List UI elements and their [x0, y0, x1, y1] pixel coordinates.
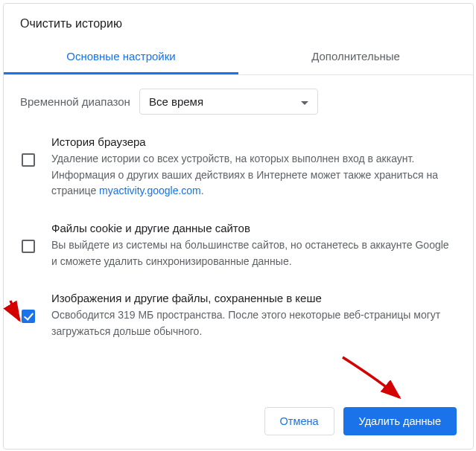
tabs: Основные настройки Дополнительные [4, 41, 473, 75]
tab-advanced-label: Дополнительные [311, 50, 400, 63]
option-cookies-title: Файлы cookie и другие данные сайтов [51, 222, 457, 234]
option-cache-desc: Освободится 319 МБ пространства. После э… [51, 307, 457, 339]
option-history-title: История браузера [51, 135, 457, 148]
dialog-footer: Отмена Удалить данные [264, 407, 457, 435]
tab-advanced[interactable]: Дополнительные [238, 41, 473, 74]
time-range-label: Временной диапазон [20, 95, 130, 108]
clear-data-button[interactable]: Удалить данные [343, 407, 457, 435]
option-cookies-desc: Вы выйдете из системы на большинстве сай… [51, 237, 457, 269]
myactivity-link[interactable]: myactivity.google.com [99, 185, 201, 196]
option-browsing-history: История браузера Удаление истории со все… [20, 129, 457, 216]
checkbox-cookies[interactable] [22, 240, 35, 253]
tab-basic-label: Основные настройки [66, 50, 175, 63]
chevron-down-icon [301, 95, 308, 108]
cancel-button[interactable]: Отмена [264, 407, 334, 435]
checkbox-cache[interactable] [22, 310, 35, 323]
option-history-desc: Удаление истории со всех устройств, на к… [51, 151, 457, 199]
clear-data-button-label: Удалить данные [359, 415, 441, 427]
option-cache-title: Изображения и другие файлы, сохраненные … [51, 292, 457, 304]
tab-basic[interactable]: Основные настройки [4, 41, 238, 74]
clear-browsing-data-dialog: Очистить историю Основные настройки Допо… [3, 3, 474, 450]
option-cookies: Файлы cookie и другие данные сайтов Вы в… [20, 216, 457, 286]
option-history-desc-after: . [201, 185, 204, 196]
option-cache: Изображения и другие файлы, сохраненные … [20, 286, 457, 356]
dialog-title: Очистить историю [4, 4, 473, 41]
checkbox-browsing-history[interactable] [22, 153, 35, 167]
time-range-row: Временной диапазон Все время [20, 89, 457, 115]
dialog-content: Временной диапазон Все время История бра… [4, 75, 473, 356]
time-range-value: Все время [149, 95, 203, 108]
time-range-select[interactable]: Все время [139, 89, 318, 115]
cancel-button-label: Отмена [280, 415, 319, 427]
